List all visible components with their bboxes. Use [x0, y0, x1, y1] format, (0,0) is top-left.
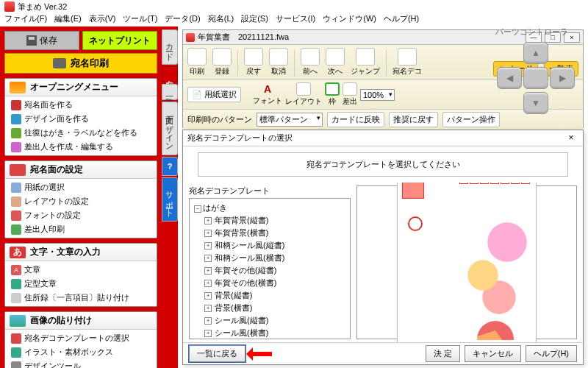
section-opening[interactable]: オープニングメニュー: [5, 79, 157, 96]
netprint-button[interactable]: ネットプリント: [82, 31, 157, 50]
dialog-title: 宛名デコテンプレートの選択: [187, 132, 293, 144]
item-make-sender[interactable]: 差出人を作成・編集する: [8, 140, 154, 154]
tb-register[interactable]: 登録: [212, 48, 232, 77]
tb2-layout[interactable]: レイアウト: [285, 82, 322, 107]
template-dialog: 宛名デコテンプレートの選択 × 宛名デコテンプレートを選択してください 宛名デコ…: [182, 130, 584, 365]
prev-icon: [301, 48, 320, 66]
item-design-tool[interactable]: デザインツール: [8, 359, 154, 368]
tree-item[interactable]: +年賀その他(横書): [193, 277, 347, 289]
pattern-select[interactable]: 標準パターン: [257, 113, 323, 127]
tree-item[interactable]: +背景(横書): [193, 302, 347, 314]
vtab-card[interactable]: カード: [162, 29, 178, 65]
pad-right[interactable]: ▶: [550, 67, 575, 89]
item-paper[interactable]: 用紙の選択: [8, 180, 154, 194]
tree-label: 宛名デコテンプレート: [189, 185, 351, 197]
tb2-sashi[interactable]: 差出: [343, 82, 357, 107]
app-icon: [4, 1, 15, 12]
menu-atena[interactable]: 宛名(L): [208, 13, 234, 26]
app-title: 筆まめ Ver.32: [18, 1, 67, 13]
vtab-design[interactable]: 文面デザイン: [162, 102, 178, 155]
menu-view[interactable]: 表示(V): [89, 13, 116, 26]
frame-icon: [325, 82, 340, 96]
jump-icon: [356, 48, 375, 66]
help-button[interactable]: ヘルプ(H): [526, 345, 577, 362]
sashi-icon: [343, 82, 357, 96]
tree-item[interactable]: +和柄シール風(縦書): [193, 239, 347, 252]
item-illust-box[interactable]: イラスト・素材ボックス: [8, 345, 154, 359]
ok-button[interactable]: 決 定: [426, 345, 460, 362]
dialog-close-icon[interactable]: ×: [564, 132, 578, 144]
item-address-paste[interactable]: 住所録〔一言項目〕貼り付け: [8, 291, 154, 305]
menu-edit[interactable]: 編集(E): [54, 13, 82, 26]
doc-title: 年賀葉書 20211121.fwa: [198, 32, 289, 43]
atena-print-button[interactable]: 宛名印刷: [4, 53, 157, 74]
parts-controller: パーツコントローラ ▲ ◀ ▶ ▼: [495, 26, 584, 116]
cancel-icon: [269, 48, 288, 66]
tree-item[interactable]: +年賀その他(縦書): [193, 264, 347, 277]
zoom-select[interactable]: 100%: [360, 89, 395, 101]
item-font[interactable]: フォントの設定: [8, 208, 154, 222]
back-to-list-button[interactable]: 一覧に戻る: [189, 345, 245, 362]
text-icon: あ: [10, 247, 26, 258]
tb-prev[interactable]: 前へ: [301, 48, 320, 77]
tree-item[interactable]: +背景(縦書): [193, 289, 347, 302]
tree-item[interactable]: +年賀背景(縦書): [193, 214, 347, 227]
vtab-help[interactable]: ?: [162, 157, 178, 176]
pad-center[interactable]: [523, 67, 548, 89]
collapse-icon[interactable]: −: [194, 205, 201, 213]
tree-item[interactable]: +年賀背景(横書): [193, 227, 347, 239]
tree-item[interactable]: +シール風(縦書): [193, 314, 347, 327]
tb-print[interactable]: 印刷: [187, 48, 207, 77]
item-sender-print[interactable]: 差出人印刷: [8, 222, 154, 236]
section-image-paste[interactable]: 画像の貼り付け: [5, 312, 157, 330]
opening-icon: [10, 82, 26, 93]
tree-item[interactable]: +シール風(横書): [193, 327, 347, 339]
item-make-label[interactable]: 往復はがき・ラベルなどを作る: [8, 126, 154, 140]
cancel-button[interactable]: キャンセル: [465, 345, 521, 362]
pad-up[interactable]: ▲: [523, 42, 548, 64]
tb-next[interactable]: 次へ: [326, 48, 345, 77]
item-deco-template[interactable]: 宛名デコテンプレートの選択: [8, 331, 154, 345]
section-atena-settings[interactable]: 宛名面の設定: [5, 161, 157, 179]
item-make-atena[interactable]: 宛名面を作る: [8, 98, 154, 112]
section-text-input[interactable]: あ文字・文章の入力: [5, 244, 157, 261]
menu-file[interactable]: ファイル(F): [4, 13, 47, 26]
vtab-support[interactable]: サポート: [162, 177, 178, 222]
menu-window[interactable]: ウィンドウ(W): [323, 13, 376, 26]
btn-reflect[interactable]: カードに反映: [327, 112, 384, 127]
menubar: ファイル(F) 編集(E) 表示(V) ツール(T) データ(D) 宛名(L) …: [0, 13, 588, 26]
tb-undo[interactable]: 戻す: [244, 48, 263, 77]
tb-deco[interactable]: 宛名デコ: [392, 48, 422, 77]
pad-left[interactable]: ◀: [497, 67, 522, 89]
save-button[interactable]: 保存: [4, 31, 79, 50]
tb3-label: 印刷時のパターン: [187, 114, 252, 125]
menu-tool[interactable]: ツール(T): [123, 13, 157, 26]
left-panel: 保存 ネットプリント 宛名印刷 オープニングメニュー 宛名面を作る デザイン面を…: [0, 26, 162, 368]
doc-icon: [186, 33, 195, 42]
tb2-font[interactable]: Aフォント: [253, 83, 282, 106]
stamp-icon: [402, 183, 424, 199]
postcard-preview: B0000枚 000000: [397, 183, 537, 342]
tree-item[interactable]: +和柄シール風(横書): [193, 252, 347, 264]
tb-cancel[interactable]: 取消: [269, 48, 288, 77]
btn-pattern-op[interactable]: パターン操作: [442, 112, 500, 127]
vtab-list[interactable]: 一覧表: [162, 84, 178, 100]
tb2-paper[interactable]: 📄用紙選択: [187, 87, 241, 102]
tb2-frame[interactable]: 枠: [325, 82, 340, 107]
tb-jump[interactable]: ジャンプ: [351, 48, 380, 77]
item-text[interactable]: A文章: [8, 263, 154, 277]
item-make-design[interactable]: デザイン面を作る: [8, 112, 154, 126]
template-tree[interactable]: −はがき +年賀背景(縦書) +年賀背景(横書) +和柄シール風(縦書) +和柄…: [189, 198, 351, 339]
btn-revert[interactable]: 推奨に戻す: [389, 112, 438, 127]
fan-art: [477, 321, 514, 340]
pad-down[interactable]: ▼: [523, 92, 548, 114]
menu-data[interactable]: データ(D): [165, 13, 200, 26]
item-layout[interactable]: レイアウトの設定: [8, 194, 154, 208]
menu-settings[interactable]: 設定(S): [241, 13, 268, 26]
vtab-atena[interactable]: 宛名: [162, 66, 178, 82]
menu-help[interactable]: ヘルプ(H): [384, 13, 419, 26]
item-fixed-text[interactable]: 定型文章: [8, 277, 154, 291]
menu-service[interactable]: サービス(I): [276, 13, 315, 26]
flower-art: [451, 209, 531, 319]
layout-icon: [296, 82, 311, 96]
